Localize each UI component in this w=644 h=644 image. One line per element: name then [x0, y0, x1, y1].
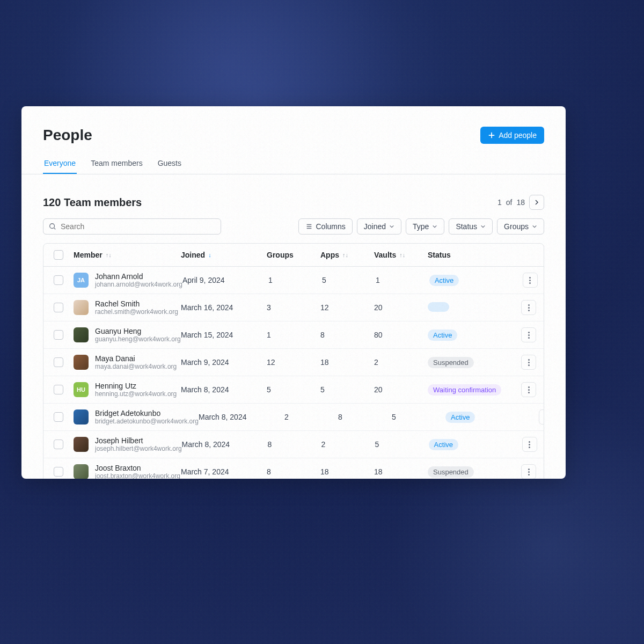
member-cell: Bridget Adetokunbobridget.adetokunbo@wor… [74, 409, 199, 425]
member-email: johann.arnold@work4work.org [95, 281, 182, 288]
joined-filter[interactable]: Joined [357, 218, 401, 235]
tab-guests[interactable]: Guests [157, 153, 182, 174]
member-cell: Maya Danaimaya.danai@work4work.org [74, 354, 181, 370]
row-checkbox[interactable] [54, 357, 63, 367]
avatar [74, 409, 89, 425]
member-email: bridget.adetokunbo@work4work.org [95, 418, 199, 425]
member-name: Joost Braxton [95, 464, 180, 472]
col-member[interactable]: Member ↑↓ [74, 251, 181, 259]
vaults-cell: 20 [374, 303, 428, 312]
members-table: Member ↑↓ Joined ↓ Groups Apps ↑↓ Vaults… [43, 243, 544, 479]
status-cell: Waiting confirmation [428, 384, 514, 396]
sort-icon: ↑↓ [106, 252, 112, 258]
apps-cell: 12 [320, 303, 374, 312]
columns-button[interactable]: Columns [298, 218, 353, 235]
vaults-cell: 1 [376, 276, 429, 284]
avatar: HU [74, 382, 89, 397]
tab-team-members[interactable]: Team members [90, 153, 143, 174]
groups-cell: 8 [268, 440, 321, 449]
table-row: Joseph Hilbertjoseph.hilbert@work4work.o… [43, 431, 544, 458]
more-icon [528, 332, 530, 339]
chevron-down-icon [389, 224, 394, 229]
joined-cell: March 15, 2024 [181, 331, 267, 339]
member-name: Rachel Smith [95, 299, 178, 308]
select-all-cell [43, 250, 74, 260]
row-actions-button[interactable] [521, 382, 536, 397]
row-checkbox[interactable] [54, 412, 63, 422]
member-email: rachel.smith@work4work.org [95, 308, 178, 316]
col-joined[interactable]: Joined ↓ [181, 251, 267, 259]
vaults-cell: 80 [374, 331, 428, 339]
status-badge: Active [445, 412, 475, 423]
chevron-down-icon [532, 224, 537, 229]
groups-cell: 12 [267, 358, 320, 367]
table-row: JAJohann Arnoldjohann.arnold@work4work.o… [43, 267, 544, 294]
member-email: joost.braxton@work4work.org [95, 472, 180, 479]
chevron-right-icon [533, 199, 540, 206]
row-checkbox[interactable] [54, 440, 63, 449]
more-icon [529, 277, 531, 284]
avatar [74, 464, 89, 479]
col-status[interactable]: Status [428, 251, 514, 259]
avatar [74, 327, 89, 342]
search-box[interactable] [43, 218, 221, 235]
groups-cell: 3 [267, 303, 320, 312]
status-badge: Waiting confirmation [428, 384, 501, 396]
row-checkbox[interactable] [54, 330, 63, 340]
next-page-button[interactable] [529, 195, 544, 210]
avatar [74, 437, 89, 452]
status-badge: Active [429, 439, 458, 450]
select-all-checkbox[interactable] [54, 250, 63, 260]
row-actions-button[interactable] [539, 409, 544, 425]
apps-cell: 8 [338, 413, 392, 421]
member-cell: HUHenning Utzhenning.utz@work4work.org [74, 382, 181, 398]
row-checkbox[interactable] [54, 467, 63, 477]
joined-cell: March 8, 2024 [199, 413, 284, 421]
subheader: 120 Team members 1 of 18 [21, 174, 566, 218]
columns-icon [305, 223, 313, 230]
groups-cell: 1 [267, 331, 320, 339]
member-name: Maya Danai [95, 354, 177, 363]
tab-everyone[interactable]: Everyone [43, 153, 77, 174]
row-actions-button[interactable] [521, 355, 536, 370]
page-of: of [506, 198, 513, 207]
chevron-down-icon [480, 224, 486, 229]
row-actions-button[interactable] [521, 300, 536, 315]
row-actions-button[interactable] [522, 437, 537, 452]
table-row: HUHenning Utzhenning.utz@work4work.orgMa… [43, 376, 544, 404]
member-cell: Joost Braxtonjoost.braxton@work4work.org [74, 464, 181, 479]
row-checkbox[interactable] [54, 303, 63, 312]
avatar [74, 355, 89, 370]
type-filter[interactable]: Type [406, 218, 444, 235]
row-checkbox[interactable] [54, 275, 63, 285]
col-groups[interactable]: Groups [267, 251, 320, 259]
vaults-cell: 2 [374, 358, 428, 367]
page-total: 18 [516, 198, 525, 207]
people-panel: People Add people EveryoneTeam membersGu… [21, 106, 566, 479]
row-actions-button[interactable] [521, 327, 536, 342]
controls: Columns Joined Type Status Groups [21, 218, 566, 243]
row-actions-button[interactable] [521, 464, 536, 479]
member-name: Joseph Hilbert [95, 436, 182, 445]
status-filter[interactable]: Status [449, 218, 493, 235]
vaults-cell: 20 [374, 385, 428, 394]
apps-cell: 8 [320, 331, 374, 339]
status-cell: Suspended [428, 466, 514, 478]
more-icon [528, 304, 530, 311]
row-checkbox[interactable] [54, 385, 63, 394]
plus-icon [488, 131, 495, 139]
apps-cell: 5 [320, 385, 374, 394]
joined-cell: March 8, 2024 [181, 385, 267, 394]
groups-cell: 5 [267, 385, 320, 394]
search-input[interactable] [61, 222, 215, 231]
groups-filter[interactable]: Groups [497, 218, 544, 235]
member-name: Guanyu Heng [95, 327, 181, 335]
row-actions-button[interactable] [523, 273, 538, 288]
status-badge: Active [429, 275, 459, 286]
col-apps[interactable]: Apps ↑↓ [320, 251, 374, 259]
col-vaults[interactable]: Vaults ↑↓ [374, 251, 428, 259]
pagination: 1 of 18 [497, 195, 544, 210]
member-count: 120 Team members [43, 196, 142, 209]
add-people-button[interactable]: Add people [480, 127, 544, 144]
page-current: 1 [497, 198, 502, 207]
